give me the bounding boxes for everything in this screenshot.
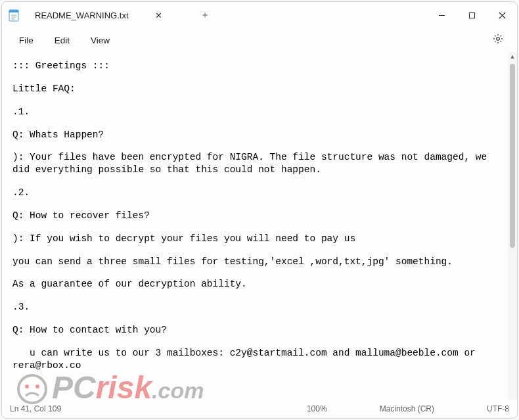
menubar: File Edit View: [2, 28, 517, 52]
text-line: ::: Greetings :::: [12, 60, 497, 72]
tab-title: README_WARNING.txt: [35, 11, 129, 20]
svg-rect-1: [9, 10, 18, 12]
minimize-button[interactable]: [426, 5, 457, 26]
settings-button[interactable]: [485, 30, 510, 50]
menu-view[interactable]: View: [80, 33, 120, 48]
svg-rect-6: [469, 12, 474, 18]
text-line: u can write us to our 3 mailboxes: c2y@s…: [12, 347, 497, 372]
text-line: Q: How to recover files?: [12, 210, 497, 222]
zoom-level: 100%: [307, 404, 327, 413]
text-line: .2.: [12, 187, 497, 199]
new-tab-button[interactable]: ＋: [200, 9, 210, 21]
text-line: Q: How to contact with you?: [12, 324, 497, 337]
statusbar: Ln 41, Col 109 100% Macintosh (CR) UTF-8: [2, 400, 517, 418]
svg-point-9: [497, 37, 500, 41]
text-line: you can send a three small files for tes…: [12, 256, 497, 268]
titlebar: README_WARNING.txt ✕ ＋: [2, 2, 517, 28]
scroll-thumb[interactable]: [510, 64, 515, 248]
scroll-up-arrow[interactable]: ▲: [508, 52, 517, 61]
menu-file[interactable]: File: [9, 33, 44, 48]
close-tab-icon[interactable]: ✕: [155, 11, 162, 20]
encoding: UTF-8: [487, 404, 509, 413]
maximize-button[interactable]: [457, 5, 487, 26]
text-line: Little FAQ:: [12, 83, 497, 95]
editor-wrap: ::: Greetings ::: Little FAQ: .1. Q: Wha…: [2, 52, 517, 400]
text-line: ): If you wish to decrypt your files you…: [12, 233, 497, 245]
line-ending: Macintosh (CR): [380, 404, 434, 413]
text-line: .1.: [12, 106, 497, 118]
notepad-app-icon: [9, 9, 19, 22]
text-line: As a guarantee of our decryption ability…: [12, 278, 497, 291]
window-controls: [426, 5, 517, 26]
text-line: .3.: [12, 301, 497, 314]
vertical-scrollbar[interactable]: ▲: [508, 52, 517, 400]
document-tab[interactable]: README_WARNING.txt ✕: [26, 5, 182, 26]
notepad-window: README_WARNING.txt ✕ ＋ File Edit View: [1, 1, 518, 419]
close-window-button[interactable]: [487, 5, 517, 26]
gear-icon: [492, 33, 504, 45]
menu-edit[interactable]: Edit: [44, 33, 80, 48]
text-line: ): Your files have been encrypted for NI…: [12, 151, 497, 176]
text-line: Q: Whats Happen?: [12, 129, 497, 141]
cursor-position: Ln 41, Col 109: [10, 404, 61, 413]
text-editor[interactable]: ::: Greetings ::: Little FAQ: .1. Q: Wha…: [2, 52, 508, 400]
